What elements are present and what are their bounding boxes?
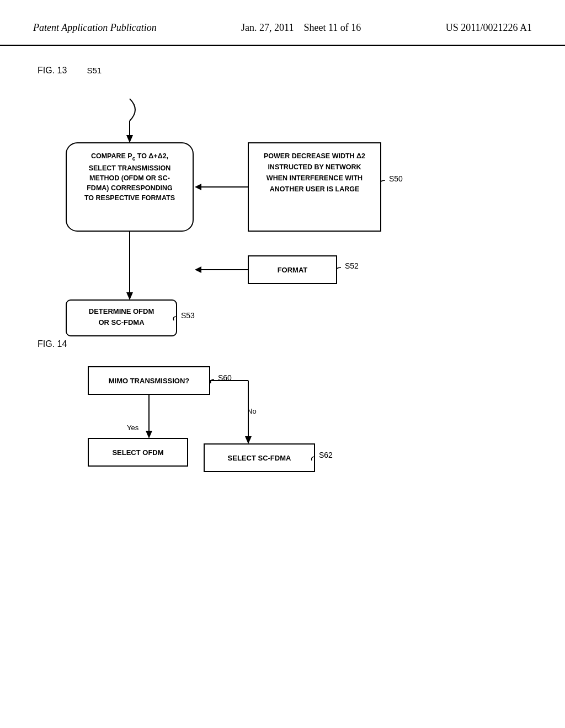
svg-text:S50: S50 (389, 174, 403, 183)
fig14-svg: MIMO TRANSMISSION? S60 Yes S61 SELECT OF… (33, 361, 392, 516)
fig14-section: FIG. 14 MIMO TRANSMISSION? S60 Yes S61 (33, 336, 532, 527)
svg-text:Yes: Yes (127, 424, 139, 432)
svg-text:SELECT OFDM: SELECT OFDM (112, 448, 163, 457)
svg-text:FDMA) CORRESPONDING: FDMA) CORRESPONDING (87, 184, 173, 192)
main-content: FIG. 13 S51 COMPARE Pc TO Δ+Δ2, SELECT T… (0, 51, 565, 538)
svg-text:S53: S53 (181, 311, 195, 320)
svg-marker-20 (195, 266, 201, 273)
svg-marker-31 (146, 431, 152, 438)
fig13-section: FIG. 13 S51 COMPARE Pc TO Δ+Δ2, SELECT T… (33, 62, 532, 358)
page-header: Patent Application Publication Jan. 27, … (0, 0, 565, 46)
svg-marker-1 (126, 135, 133, 143)
svg-text:SELECT TRANSMISSION: SELECT TRANSMISSION (89, 164, 171, 172)
svg-text:ANOTHER USER IS LARGE: ANOTHER USER IS LARGE (270, 185, 360, 193)
sheet-info: Sheet 11 of 16 (303, 22, 361, 33)
svg-text:MIMO TRANSMISSION?: MIMO TRANSMISSION? (109, 377, 190, 385)
fig13-diagram: COMPARE Pc TO Δ+Δ2, SELECT TRANSMISSION … (33, 93, 532, 358)
svg-text:SELECT SC-FDMA: SELECT SC-FDMA (228, 454, 291, 462)
patent-number: US 2011/0021226 A1 (446, 22, 532, 34)
svg-text:FORMAT: FORMAT (278, 266, 308, 274)
fig14-diagram: MIMO TRANSMISSION? S60 Yes S61 SELECT OF… (33, 361, 532, 527)
svg-text:OR SC-FDMA: OR SC-FDMA (98, 318, 145, 326)
fig13-step-s51-label: S51 (87, 66, 102, 75)
svg-text:S52: S52 (345, 261, 359, 270)
fig13-label: FIG. 13 S51 (33, 62, 532, 77)
svg-marker-15 (195, 184, 201, 190)
fig13-svg: COMPARE Pc TO Δ+Δ2, SELECT TRANSMISSION … (33, 93, 419, 352)
publication-date-sheet: Jan. 27, 2011 Sheet 11 of 16 (241, 22, 361, 34)
svg-marker-39 (245, 436, 252, 444)
svg-text:METHOD (OFDM OR SC-: METHOD (OFDM OR SC- (89, 174, 170, 182)
publication-type: Patent Application Publication (33, 22, 157, 34)
svg-marker-22 (126, 292, 133, 300)
svg-text:INSTRUCTED BY NETWORK: INSTRUCTED BY NETWORK (268, 163, 361, 171)
svg-text:WHEN INTERFERENCE WITH: WHEN INTERFERENCE WITH (266, 174, 363, 182)
svg-text:S62: S62 (319, 451, 333, 459)
svg-text:TO RESPECTIVE FORMATS: TO RESPECTIVE FORMATS (84, 194, 175, 202)
svg-text:POWER DECREASE WIDTH Δ2: POWER DECREASE WIDTH Δ2 (264, 152, 365, 160)
svg-text:DETERMINE OFDM: DETERMINE OFDM (89, 307, 154, 315)
publication-date: Jan. 27, 2011 (241, 22, 294, 33)
